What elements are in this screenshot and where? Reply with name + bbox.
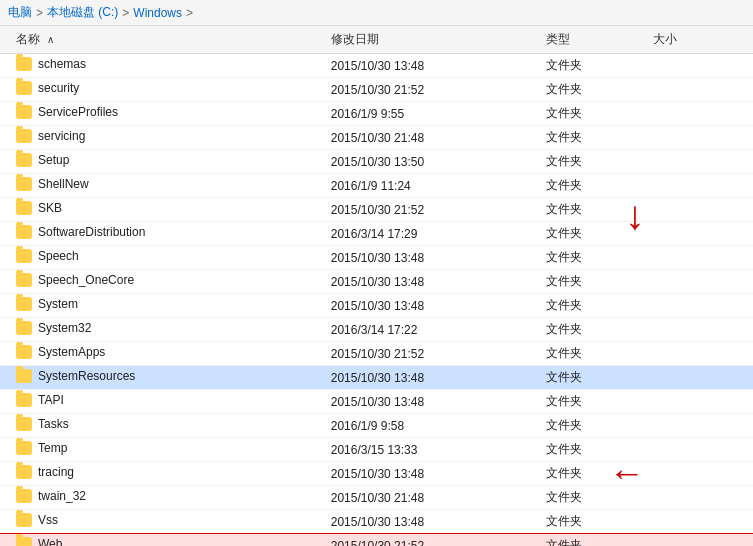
folder-icon <box>16 153 32 167</box>
breadcrumb-folder[interactable]: Windows <box>133 6 182 20</box>
breadcrumb-sep-3: > <box>186 6 193 20</box>
folder-icon <box>16 417 32 431</box>
table-row[interactable]: servicing2015/10/30 21:48文件夹 <box>0 126 753 150</box>
table-row[interactable]: SoftwareDistribution2016/3/14 17:29文件夹 <box>0 222 753 246</box>
file-date-cell: 2015/10/30 13:48 <box>323 390 538 414</box>
file-size-cell <box>645 462 753 486</box>
file-type-cell: 文件夹 <box>538 150 646 174</box>
file-size-cell <box>645 318 753 342</box>
file-date-cell: 2015/10/30 13:48 <box>323 270 538 294</box>
col-header-name[interactable]: 名称 ∧ <box>0 26 323 54</box>
file-size-cell <box>645 126 753 150</box>
file-type-cell: 文件夹 <box>538 534 646 547</box>
sort-arrow-icon: ∧ <box>47 34 54 45</box>
table-row[interactable]: Web2015/10/30 21:52文件夹 <box>0 534 753 547</box>
file-name-cell: Speech_OneCore <box>0 270 323 290</box>
file-date-cell: 2015/10/30 21:52 <box>323 198 538 222</box>
breadcrumb-drive[interactable]: 本地磁盘 (C:) <box>47 4 118 21</box>
col-header-size[interactable]: 大小 <box>645 26 753 54</box>
table-row[interactable]: SystemApps2015/10/30 21:52文件夹 <box>0 342 753 366</box>
file-date-cell: 2015/10/30 13:48 <box>323 246 538 270</box>
table-row[interactable]: Setup2015/10/30 13:50文件夹 <box>0 150 753 174</box>
table-row[interactable]: System322016/3/14 17:22文件夹 <box>0 318 753 342</box>
table-row[interactable]: security2015/10/30 21:52文件夹 <box>0 78 753 102</box>
table-row[interactable]: ServiceProfiles2016/1/9 9:55文件夹 <box>0 102 753 126</box>
file-size-cell <box>645 390 753 414</box>
file-type-cell: 文件夹 <box>538 486 646 510</box>
file-size-cell <box>645 174 753 198</box>
file-size-cell <box>645 366 753 390</box>
file-size-cell <box>645 150 753 174</box>
breadcrumb-sep-2: > <box>122 6 129 20</box>
file-date-cell: 2016/1/9 11:24 <box>323 174 538 198</box>
file-date-cell: 2015/10/30 13:48 <box>323 294 538 318</box>
table-row[interactable]: SKB2015/10/30 21:52文件夹 <box>0 198 753 222</box>
folder-icon <box>16 537 32 546</box>
folder-icon <box>16 297 32 311</box>
file-date-cell: 2016/3/14 17:29 <box>323 222 538 246</box>
file-name-cell: Setup <box>0 150 323 170</box>
file-type-cell: 文件夹 <box>538 246 646 270</box>
table-row[interactable]: ShellNew2016/1/9 11:24文件夹 <box>0 174 753 198</box>
file-date-cell: 2015/10/30 13:48 <box>323 510 538 534</box>
file-type-cell: 文件夹 <box>538 510 646 534</box>
folder-icon <box>16 105 32 119</box>
file-name-cell: Tasks <box>0 414 323 434</box>
folder-icon <box>16 129 32 143</box>
file-name-cell: twain_32 <box>0 486 323 506</box>
table-row[interactable]: twain_322015/10/30 21:48文件夹 <box>0 486 753 510</box>
file-type-cell: 文件夹 <box>538 294 646 318</box>
folder-icon <box>16 369 32 383</box>
file-size-cell <box>645 102 753 126</box>
file-name-cell: System32 <box>0 318 323 338</box>
table-row[interactable]: Speech_OneCore2015/10/30 13:48文件夹 <box>0 270 753 294</box>
file-size-cell <box>645 78 753 102</box>
col-header-type[interactable]: 类型 <box>538 26 646 54</box>
file-date-cell: 2015/10/30 21:48 <box>323 126 538 150</box>
file-size-cell <box>645 342 753 366</box>
folder-icon <box>16 489 32 503</box>
breadcrumb-sep-1: > <box>36 6 43 20</box>
file-table: 名称 ∧ 修改日期 类型 大小 schemas2015/10/30 13:48文… <box>0 26 753 546</box>
file-size-cell <box>645 510 753 534</box>
file-date-cell: 2016/1/9 9:55 <box>323 102 538 126</box>
file-name-cell: Temp <box>0 438 323 458</box>
table-row[interactable]: schemas2015/10/30 13:48文件夹 <box>0 54 753 78</box>
folder-icon <box>16 321 32 335</box>
file-type-cell: 文件夹 <box>538 390 646 414</box>
file-date-cell: 2015/10/30 21:52 <box>323 534 538 547</box>
folder-icon <box>16 465 32 479</box>
file-name-cell: schemas <box>0 54 323 74</box>
breadcrumb-computer[interactable]: 电脑 <box>8 4 32 21</box>
col-header-date[interactable]: 修改日期 <box>323 26 538 54</box>
file-name-cell: tracing <box>0 462 323 482</box>
table-row[interactable]: Speech2015/10/30 13:48文件夹 <box>0 246 753 270</box>
file-size-cell <box>645 54 753 78</box>
breadcrumb[interactable]: 电脑 > 本地磁盘 (C:) > Windows > <box>0 0 753 26</box>
file-name-cell: System <box>0 294 323 314</box>
file-type-cell: 文件夹 <box>538 414 646 438</box>
file-date-cell: 2015/10/30 13:50 <box>323 150 538 174</box>
table-row[interactable]: System2015/10/30 13:48文件夹 <box>0 294 753 318</box>
table-row[interactable]: Vss2015/10/30 13:48文件夹 <box>0 510 753 534</box>
folder-icon <box>16 57 32 71</box>
table-row[interactable]: tracing2015/10/30 13:48文件夹 <box>0 462 753 486</box>
file-size-cell <box>645 246 753 270</box>
file-size-cell <box>645 294 753 318</box>
folder-icon <box>16 345 32 359</box>
folder-icon <box>16 81 32 95</box>
folder-icon <box>16 393 32 407</box>
file-name-cell: TAPI <box>0 390 323 410</box>
file-size-cell <box>645 414 753 438</box>
table-row[interactable]: TAPI2015/10/30 13:48文件夹 <box>0 390 753 414</box>
file-type-cell: 文件夹 <box>538 270 646 294</box>
file-type-cell: 文件夹 <box>538 174 646 198</box>
file-date-cell: 2016/1/9 9:58 <box>323 414 538 438</box>
folder-icon <box>16 225 32 239</box>
table-row[interactable]: Tasks2016/1/9 9:58文件夹 <box>0 414 753 438</box>
table-row[interactable]: Temp2016/3/15 13:33文件夹 <box>0 438 753 462</box>
file-type-cell: 文件夹 <box>538 198 646 222</box>
folder-icon <box>16 441 32 455</box>
table-row[interactable]: SystemResources2015/10/30 13:48文件夹 <box>0 366 753 390</box>
file-date-cell: 2015/10/30 21:52 <box>323 342 538 366</box>
